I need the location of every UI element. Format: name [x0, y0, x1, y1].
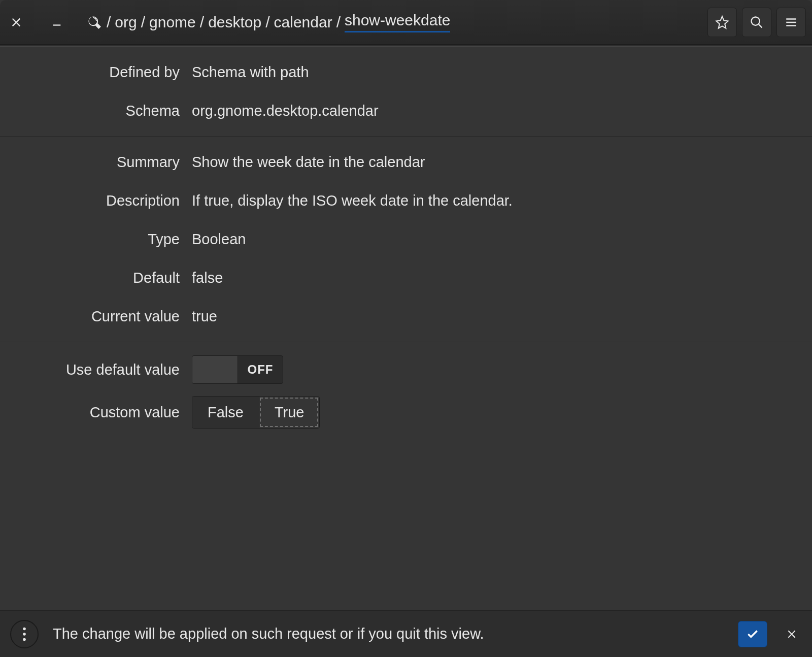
apply-button[interactable] — [738, 621, 767, 647]
breadcrumb-separator: / — [107, 14, 111, 31]
details-section: Summary Show the week date in the calend… — [0, 136, 812, 342]
custom-value-false-button[interactable]: False — [192, 397, 259, 428]
use-default-label: Use default value — [0, 362, 192, 378]
check-icon — [746, 628, 759, 641]
default-value: false — [192, 270, 223, 286]
star-outline-icon — [715, 15, 729, 29]
minimize-window-button[interactable] — [47, 12, 67, 32]
schema-label: Schema — [0, 103, 192, 119]
custom-value-toggle: False True — [192, 396, 320, 429]
search-icon — [750, 15, 764, 29]
actionbar-menu-button[interactable] — [10, 620, 39, 648]
hamburger-menu-button[interactable] — [776, 8, 806, 37]
schema-value: org.gnome.desktop.calendar — [192, 103, 379, 119]
controls-section: Use default value OFF Custom value False… — [0, 342, 812, 440]
custom-value-true-button[interactable]: True — [259, 397, 320, 428]
description-row: Description If true, display the ISO wee… — [0, 181, 812, 220]
custom-value-label: Custom value — [0, 404, 192, 421]
use-default-row: Use default value OFF — [0, 348, 812, 391]
schema-section: Defined by Schema with path Schema org.g… — [0, 47, 812, 136]
headerbar-left — [6, 12, 67, 32]
breadcrumb-item-show-weekdate[interactable]: show-weekdate — [345, 12, 450, 32]
summary-value: Show the week date in the calendar — [192, 154, 425, 171]
default-row: Default false — [0, 258, 812, 297]
headerbar: / org / gnome / desktop / calendar / sho… — [0, 0, 812, 45]
breadcrumb-separator: / — [336, 14, 341, 31]
svg-point-1 — [23, 627, 26, 630]
close-icon — [787, 629, 797, 639]
breadcrumb-item-gnome[interactable]: gnome — [149, 14, 196, 31]
minimize-icon — [51, 17, 62, 28]
type-label: Type — [0, 231, 192, 248]
breadcrumb: / org / gnome / desktop / calendar / sho… — [86, 12, 450, 32]
actionbar: The change will be applied on such reque… — [0, 610, 812, 657]
use-default-switch[interactable]: OFF — [192, 355, 283, 384]
svg-point-3 — [23, 638, 26, 641]
custom-value-row: Custom value False True — [0, 391, 812, 434]
current-value-label: Current value — [0, 308, 192, 325]
bookmark-button[interactable] — [707, 8, 737, 37]
svg-point-0 — [752, 17, 760, 25]
actionbar-message: The change will be applied on such reque… — [53, 626, 484, 642]
main-content: Defined by Schema with path Schema org.g… — [0, 47, 812, 440]
breadcrumb-item-desktop[interactable]: desktop — [208, 14, 261, 31]
current-value-value: true — [192, 308, 217, 325]
switch-handle — [192, 356, 238, 383]
dismiss-button[interactable] — [782, 624, 802, 644]
breadcrumb-separator: / — [200, 14, 204, 31]
defined-by-row: Defined by Schema with path — [0, 53, 812, 91]
hamburger-icon — [785, 16, 798, 29]
svg-point-2 — [23, 633, 26, 636]
description-value: If true, display the ISO week date in th… — [192, 192, 513, 209]
description-label: Description — [0, 192, 192, 209]
defined-by-label: Defined by — [0, 64, 192, 81]
search-button[interactable] — [742, 8, 771, 37]
current-value-row: Current value true — [0, 297, 812, 336]
summary-row: Summary Show the week date in the calend… — [0, 143, 812, 181]
more-vertical-icon — [22, 627, 26, 641]
actionbar-right — [738, 621, 802, 647]
headerbar-right — [707, 8, 806, 37]
breadcrumb-item-org[interactable]: org — [115, 14, 137, 31]
switch-state: OFF — [238, 363, 283, 377]
close-window-button[interactable] — [6, 12, 26, 32]
type-value: Boolean — [192, 231, 246, 248]
type-row: Type Boolean — [0, 220, 812, 258]
breadcrumb-item-calendar[interactable]: calendar — [274, 14, 332, 31]
defined-by-value: Schema with path — [192, 64, 309, 81]
default-label: Default — [0, 270, 192, 286]
schema-row: Schema org.gnome.desktop.calendar — [0, 91, 812, 130]
summary-label: Summary — [0, 154, 192, 171]
breadcrumb-separator: / — [141, 14, 145, 31]
breadcrumb-separator: / — [265, 14, 269, 31]
close-icon — [11, 17, 22, 28]
dconf-editor-icon — [86, 14, 103, 30]
